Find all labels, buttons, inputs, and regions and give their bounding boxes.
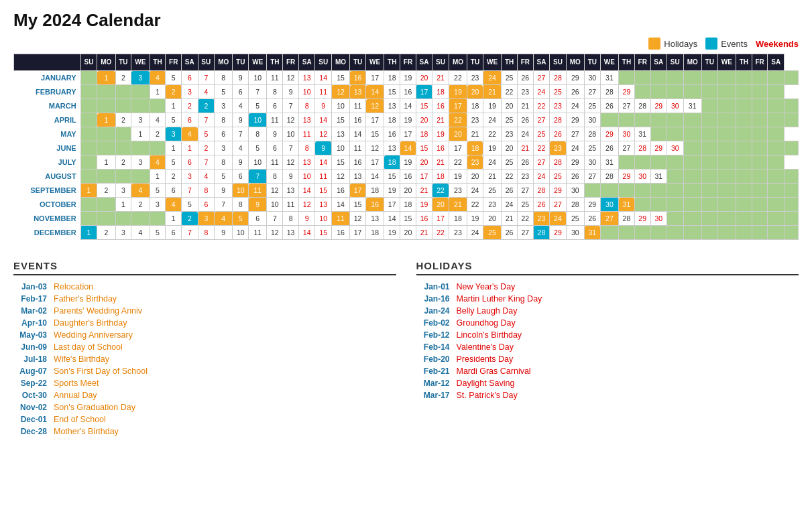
may-end6 [736,127,752,141]
oct-end8 [752,198,768,212]
aug-2: 2 [166,170,182,184]
nov-p4 [131,212,150,226]
jun-p3 [115,141,131,155]
oct-end2 [650,198,666,212]
dec-27: 27 [517,226,533,240]
sep-end10 [736,184,752,198]
event-date: Sep-22 [13,379,47,388]
may-21: 21 [467,127,483,141]
apr-4: 4 [150,113,166,127]
may-26-su: 26 [550,127,566,141]
jul-12: 12 [283,155,299,170]
apr-end3 [634,113,650,127]
jan-17: 17 [366,71,384,85]
sep-22: 22 [432,184,449,198]
event-list-item: Oct-30Annual Day [13,389,396,401]
oct-p2 [97,198,115,212]
apr-end1 [600,113,618,127]
dec-26: 26 [502,226,518,240]
apr-5: 5 [166,113,182,127]
event-list-item: Sep-22Sports Meet [13,377,396,389]
mar-end1 [701,99,717,113]
dec-15-su: 15 [315,226,331,240]
oct-20: 20 [432,198,449,212]
aug-16: 16 [400,170,416,184]
jan-25: 25 [502,71,518,85]
jul-15: 15 [331,155,349,170]
sep-20: 20 [400,184,416,198]
sep-3: 3 [115,184,131,198]
hdr-su-2: SU [198,54,214,71]
mar-12: 12 [366,99,384,113]
jul-end2 [634,155,650,170]
holiday-date: Jan-24 [416,306,450,316]
dec-13: 13 [283,226,299,240]
may-19-su: 19 [432,127,449,141]
sep-2: 2 [97,184,115,198]
may-8: 8 [249,127,267,141]
sep-end2 [600,184,618,198]
mar-30-su: 30 [667,99,683,113]
holidays-label: Holidays [664,39,697,49]
feb-16: 16 [400,85,416,99]
sep-10: 10 [233,184,249,198]
oct-13-su: 13 [315,198,331,212]
holiday-color-box [648,38,660,50]
jul-24: 24 [483,155,501,170]
jul-10: 10 [249,155,267,170]
events-section: EVENTS Jan-03RelocationFeb-17Father's Bi… [13,260,396,438]
feb-2: 2 [166,85,182,99]
feb-14: 14 [366,85,384,99]
aug-p1 [80,170,97,184]
holiday-date: Feb-02 [416,318,450,328]
oct-8: 8 [233,198,249,212]
feb-5: 5 [215,85,233,99]
mar-29-sa: 29 [650,99,666,113]
apr-23: 23 [467,113,483,127]
apr-25: 25 [502,113,518,127]
july-label: JULY [14,155,81,170]
oct-6-su: 6 [198,198,214,212]
february-row: FEBRUARY 1 2 3 4 5 6 7 8 9 10 11 12 13 1… [14,85,799,99]
aug-25-su: 25 [550,170,566,184]
jan-29: 29 [566,71,584,85]
events-title: EVENTS [13,260,396,275]
event-name: Son's First Day of School [54,367,148,376]
jul-4: 4 [150,155,166,170]
apr-end7 [701,113,717,127]
dec-24: 24 [467,226,483,240]
feb-27: 27 [585,85,601,99]
mar-7: 7 [283,99,299,113]
aug-end4 [717,170,736,184]
nov-10-su: 10 [315,212,331,226]
apr-end8 [717,113,736,127]
oct-2: 2 [131,198,150,212]
sep-end5 [650,184,666,198]
oct-end4 [683,198,701,212]
page-title: My 2024 Calendar [13,10,799,31]
may-p2 [97,127,115,141]
jan-pad2 [634,71,650,85]
hdr-sa-6: SA [768,54,784,71]
may-3: 3 [166,127,182,141]
jan-pad7 [717,71,736,85]
hdr-fr-4: FR [517,54,533,71]
oct-23: 23 [483,198,501,212]
feb-p1 [80,85,97,99]
may-20: 20 [449,127,467,141]
jan-22: 22 [449,71,467,85]
apr-16: 16 [350,113,366,127]
oct-end7 [736,198,752,212]
sep-14-sa: 14 [298,184,314,198]
event-list-item: Feb-17Father's Birthday [13,293,396,305]
event-date: Nov-02 [13,403,47,412]
legend-events: Events [705,38,748,50]
sep-11: 11 [249,184,267,198]
august-row: AUGUST 1 2 3 4 5 6 7 8 9 10 11 12 13 14 … [14,170,799,184]
holiday-list-item: Jan-16Martin Luther King Day [416,293,799,305]
aug-27: 27 [585,170,601,184]
feb-7: 7 [249,85,267,99]
sep-6: 6 [166,184,182,198]
hdr-su-6: SU [667,54,683,71]
may-11-sa: 11 [298,127,314,141]
